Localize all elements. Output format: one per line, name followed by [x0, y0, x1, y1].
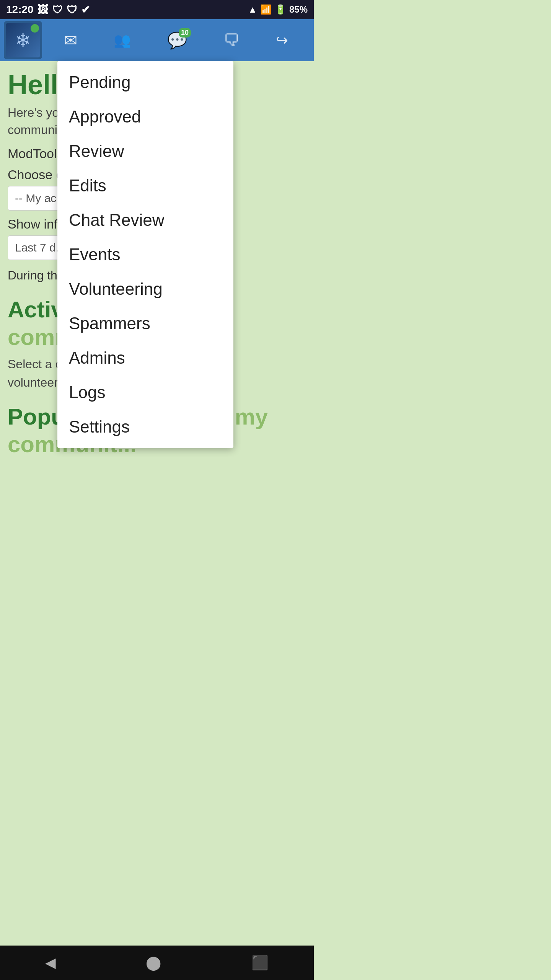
mail-icon: ✉ — [64, 31, 77, 50]
top-nav: ❄ ✉ 👥 💬 10 🗨 ↪ — [0, 19, 314, 61]
dropdown-item-pending[interactable]: Pending — [57, 65, 233, 100]
online-dot — [31, 24, 39, 33]
dropdown-item-review[interactable]: Review — [57, 134, 233, 168]
dropdown-item-settings[interactable]: Settings — [57, 410, 233, 444]
group-nav-button[interactable]: 👥 — [114, 32, 131, 48]
wifi-icon: ▲ — [248, 4, 257, 15]
group-icon: 👥 — [114, 32, 131, 48]
dropdown-menu: Pending Approved Review Edits Chat Revie… — [57, 61, 233, 448]
dropdown-item-admins[interactable]: Admins — [57, 341, 233, 375]
chat-badge: 10 — [179, 28, 191, 38]
comments-icon: 🗨 — [223, 31, 240, 49]
dropdown-item-logs[interactable]: Logs — [57, 375, 233, 410]
mail-nav-button[interactable]: ✉ — [64, 31, 77, 50]
active-label: Activ — [8, 297, 64, 322]
nav-icons: ✉ 👥 💬 10 🗨 ↪ — [42, 31, 310, 50]
signal-icon: 📶 — [260, 4, 272, 15]
comments-nav-button[interactable]: 🗨 — [223, 31, 240, 49]
chat-nav-button[interactable]: 💬 10 — [167, 31, 187, 50]
dropdown-item-volunteering[interactable]: Volunteering — [57, 272, 233, 306]
shield-icon: 🛡 — [67, 3, 77, 16]
photo-icon: 🖼 — [37, 3, 48, 16]
status-time: 12:20 — [6, 3, 34, 16]
dropdown-item-chat-review[interactable]: Chat Review — [57, 203, 233, 237]
check-icon: ✔ — [81, 3, 90, 16]
app-logo[interactable]: ❄ — [4, 21, 42, 59]
shield-outline-icon: 🛡 — [52, 3, 63, 16]
dropdown-item-approved[interactable]: Approved — [57, 100, 233, 134]
dropdown-item-spammers[interactable]: Spammers — [57, 306, 233, 341]
logout-nav-button[interactable]: ↪ — [276, 32, 288, 49]
dropdown-item-edits[interactable]: Edits — [57, 168, 233, 203]
dropdown-item-events[interactable]: Events — [57, 237, 233, 272]
status-bar: 12:20 🖼 🛡 🛡 ✔ ▲ 📶 🔋 85% — [0, 0, 314, 19]
logout-icon: ↪ — [276, 32, 288, 49]
battery-icon: 🔋 — [275, 4, 286, 15]
battery-percent: 85% — [289, 4, 308, 15]
